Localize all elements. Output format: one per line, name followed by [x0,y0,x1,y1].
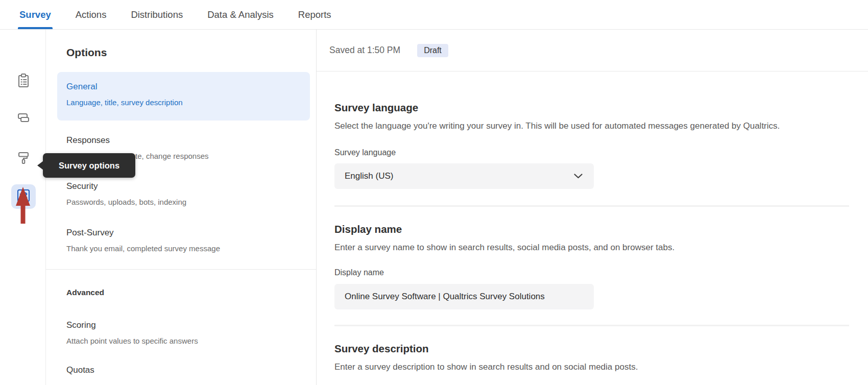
options-item-label: Post-Survey [66,227,316,238]
section-description: Select the language you're writing your … [334,119,791,133]
tab-data-analysis-label: Data & Analysis [207,9,274,20]
survey-options-tooltip: Survey options [43,153,135,178]
paint-roller-icon [15,149,32,167]
options-item-quotas[interactable]: Quotas [66,365,316,376]
status-badge: Draft [417,44,448,57]
options-item-label: Scoring [66,320,316,331]
active-tab-underline [18,27,53,29]
options-item-label: Quotas [66,365,316,376]
tab-reports-label: Reports [298,9,331,20]
survey-language-dropdown[interactable]: English (US) [334,163,594,189]
annotation-arrow-icon [14,187,32,226]
tab-distributions-label: Distributions [131,9,183,20]
clipboard-icon [15,73,32,91]
options-item-label: Security [66,181,316,192]
tooltip-caret [37,161,43,170]
saved-status: Saved at 1:50 PM [329,45,400,56]
top-navigation: Survey Actions Distributions Data & Anal… [0,0,868,30]
options-divider [46,269,316,270]
section-divider [334,325,849,326]
tab-actions-label: Actions [76,9,107,20]
display-name-input[interactable]: Online Survey Software | Qualtrics Surve… [334,284,594,309]
settings-content: Survey language Select the language you'… [317,101,868,374]
tab-data-analysis[interactable]: Data & Analysis [207,0,274,29]
tab-survey-label: Survey [19,9,51,20]
survey-language-field-label: Survey language [334,147,868,158]
section-title-survey-description: Survey description [334,342,868,355]
main-content: Saved at 1:50 PM Draft Survey language S… [317,30,868,385]
options-item-general[interactable]: General Language, title, survey descript… [57,72,310,121]
tooltip-label: Survey options [59,161,119,171]
options-item-label: General [66,81,310,92]
section-description: Enter a survey name to show in search re… [334,240,791,255]
tab-survey[interactable]: Survey [19,0,51,29]
tab-distributions[interactable]: Distributions [131,0,183,29]
tab-reports[interactable]: Reports [298,0,331,29]
blocks-icon [15,110,32,128]
options-item-security[interactable]: Security Passwords, uploads, bots, index… [66,181,316,207]
options-item-scoring[interactable]: Scoring Attach point values to specific … [66,320,316,346]
section-title-survey-language: Survey language [334,101,868,114]
tab-actions[interactable]: Actions [76,0,107,29]
blocks-button[interactable] [11,107,36,131]
section-divider [334,205,849,207]
options-panel: Options General Language, title, survey … [46,30,317,385]
options-item-label: Responses [66,135,316,146]
chevron-down-icon [574,171,583,181]
display-name-field-label: Display name [334,267,868,278]
section-title-display-name: Display name [334,223,868,236]
options-panel-title: Options [66,46,316,59]
options-item-sublabel: Attach point values to specific answers [66,336,316,346]
options-item-sublabel: Thank you email, completed survey messag… [66,244,316,254]
options-item-sublabel: Passwords, uploads, bots, indexing [66,197,316,207]
advanced-section-label: Advanced [66,288,316,297]
display-name-input-value: Online Survey Software | Qualtrics Surve… [345,292,545,302]
options-item-post-survey[interactable]: Post-Survey Thank you email, completed s… [66,227,316,254]
survey-language-dropdown-value: English (US) [345,171,393,181]
survey-builder-button[interactable] [11,69,36,94]
look-and-feel-button[interactable] [11,146,36,171]
section-description: Enter a survey description to show in se… [334,360,791,374]
main-header: Saved at 1:50 PM Draft [317,30,868,71]
options-item-sublabel: Language, title, survey description [66,98,310,108]
